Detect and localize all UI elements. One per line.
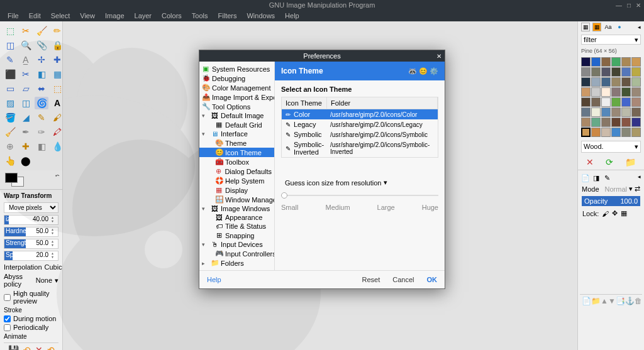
size-huge-label: Huge bbox=[422, 204, 438, 211]
select-theme-label: Select an Icon Theme bbox=[281, 85, 438, 93]
tree-default-grid[interactable]: ▦Default Grid bbox=[199, 120, 274, 129]
preferences-dialog: Preferences ✕ ▣System Resources 🐞Debuggi… bbox=[199, 50, 445, 289]
tree-input-controllers[interactable]: 🎮Input Controllers bbox=[199, 249, 274, 258]
help-button[interactable]: Help bbox=[207, 276, 221, 283]
header-smiley-icon: 😊 bbox=[419, 67, 428, 75]
tree-color-management[interactable]: 🎨Color Management bbox=[199, 83, 274, 92]
size-medium-label: Medium bbox=[325, 204, 350, 211]
tree-display[interactable]: ▦Display bbox=[199, 185, 274, 195]
tree-help-system[interactable]: 🛟Help System bbox=[199, 176, 274, 185]
tree-toolbox[interactable]: 🧰Toolbox bbox=[199, 157, 274, 167]
size-small-label: Small bbox=[281, 204, 299, 211]
collapse-icon[interactable]: ▾ bbox=[202, 205, 208, 212]
chevron-down-icon: ▾ bbox=[384, 178, 387, 187]
header-wilber-icon: 🦝 bbox=[408, 67, 417, 75]
collapse-icon[interactable]: ▾ bbox=[202, 241, 208, 248]
dialog-overlay: Preferences ✕ ▣System Resources 🐞Debuggi… bbox=[0, 0, 644, 350]
reset-button[interactable]: Reset bbox=[362, 276, 380, 283]
collapse-icon[interactable]: ▾ bbox=[202, 131, 208, 137]
tree-interface[interactable]: ▾🖥Interface bbox=[199, 129, 274, 138]
icon-size-mode-dropdown[interactable]: Guess icon size from resolution ▾ bbox=[281, 177, 391, 189]
dialog-content: Select an Icon Theme Icon Theme Folder ✏… bbox=[275, 80, 445, 270]
theme-icon: ✎ bbox=[284, 145, 292, 152]
dialog-footer: Help Reset Cancel OK bbox=[199, 270, 445, 288]
theme-icon: ✎ bbox=[284, 131, 292, 138]
icon-theme-table: Icon Theme Folder ✏ Color /usr/share/gim… bbox=[281, 97, 438, 158]
col-icon-theme[interactable]: Icon Theme bbox=[282, 97, 327, 109]
tree-image-windows[interactable]: ▾🖼Image Windows bbox=[199, 204, 274, 213]
tree-icon-theme[interactable]: 😊Icon Theme bbox=[199, 148, 274, 157]
dialog-header: Icon Theme 🦝 😊 ⚙️ bbox=[275, 62, 445, 80]
theme-row-symbolic-inverted[interactable]: ✎ Symbolic-Inverted /usr/share/gimp/2.0/… bbox=[282, 139, 438, 157]
dialog-header-title: Icon Theme bbox=[281, 67, 323, 75]
theme-row-color[interactable]: ✏ Color /usr/share/gimp/2.0/icons/Color bbox=[282, 109, 438, 119]
icon-size-slider[interactable] bbox=[281, 195, 438, 196]
tree-dialog-defaults[interactable]: ⊕Dialog Defaults bbox=[199, 167, 274, 176]
cancel-button[interactable]: Cancel bbox=[392, 276, 414, 283]
dialog-close-icon[interactable]: ✕ bbox=[436, 53, 441, 60]
tree-import-export[interactable]: 📤Image Import & Export bbox=[199, 92, 274, 102]
tree-tool-options[interactable]: 🔧Tool Options bbox=[199, 102, 274, 111]
theme-row-symbolic[interactable]: ✎ Symbolic /usr/share/gimp/2.0/icons/Sym… bbox=[282, 129, 438, 139]
tree-snapping[interactable]: ⊞Snapping bbox=[199, 231, 274, 240]
theme-row-legacy[interactable]: ✎ Legacy /usr/share/gimp/2.0/icons/Legac… bbox=[282, 119, 438, 129]
tree-default-image[interactable]: ▾🖼Default Image bbox=[199, 111, 274, 120]
tree-title-status[interactable]: 🏷Title & Status bbox=[199, 222, 274, 231]
header-gear-icon: ⚙️ bbox=[430, 67, 438, 75]
tree-folders[interactable]: ▸📁Folders bbox=[199, 258, 274, 268]
preferences-tree: ▣System Resources 🐞Debugging 🎨Color Mana… bbox=[199, 62, 275, 270]
theme-icon: ✎ bbox=[284, 121, 292, 128]
col-folder[interactable]: Folder bbox=[327, 97, 438, 109]
size-large-label: Large bbox=[377, 204, 395, 211]
expand-icon[interactable]: ▸ bbox=[202, 260, 208, 266]
tree-system-resources[interactable]: ▣System Resources bbox=[199, 64, 274, 74]
tree-theme[interactable]: 🎨Theme bbox=[199, 138, 274, 148]
foreground-color[interactable] bbox=[5, 173, 18, 183]
ok-button[interactable]: OK bbox=[427, 276, 438, 283]
tree-appearance[interactable]: 🖼Appearance bbox=[199, 213, 274, 222]
collapse-icon[interactable]: ▾ bbox=[202, 112, 208, 119]
tree-window-management[interactable]: 🪟Window Management bbox=[199, 195, 274, 204]
theme-icon: ✏ bbox=[284, 111, 292, 118]
tree-input-devices[interactable]: ▾🖱Input Devices bbox=[199, 240, 274, 249]
dialog-title: Preferences bbox=[303, 52, 340, 60]
tree-debugging[interactable]: 🐞Debugging bbox=[199, 74, 274, 83]
dialog-titlebar[interactable]: Preferences ✕ bbox=[199, 50, 445, 62]
